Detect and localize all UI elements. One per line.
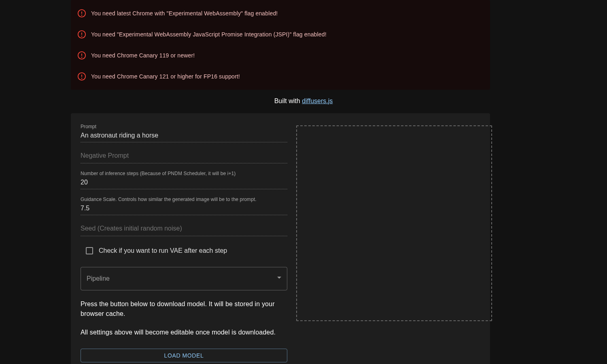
svg-point-11: [82, 78, 82, 78]
dropdown-arrow-icon: [277, 277, 281, 281]
error-icon: [77, 51, 86, 60]
error-icon: [77, 30, 86, 39]
steps-label: Number of inference steps (Because of PN…: [81, 170, 287, 177]
diffusers-link[interactable]: diffusers.js: [302, 97, 333, 104]
guidance-input[interactable]: [81, 204, 287, 213]
info-text-settings: All settings above will become editable …: [81, 328, 287, 337]
error-alert-panel: You need latest Chrome with "Experimenta…: [71, 0, 490, 90]
svg-point-5: [82, 36, 82, 36]
guidance-label: Guidance Scale. Controls how similar the…: [81, 196, 287, 203]
prompt-label: Prompt: [81, 123, 287, 130]
pipeline-select[interactable]: Pipeline: [81, 267, 287, 290]
error-item: You need Chrome Canary 119 or newer!: [71, 48, 490, 63]
steps-field[interactable]: Number of inference steps (Because of PN…: [81, 170, 287, 189]
built-with-prefix: Built with: [274, 97, 302, 104]
guidance-field[interactable]: Guidance Scale. Controls how similar the…: [81, 196, 287, 215]
image-preview-dropzone[interactable]: [296, 125, 492, 321]
main-panel: Prompt Number of inference steps (Becaus…: [71, 113, 490, 364]
load-model-button[interactable]: LOAD MODEL: [81, 349, 287, 362]
svg-point-8: [82, 57, 82, 57]
info-text-download: Press the button below to download model…: [81, 299, 287, 319]
prompt-input[interactable]: [81, 131, 287, 140]
error-item: You need "Experimental WebAssembly JavaS…: [71, 27, 490, 42]
settings-form: Prompt Number of inference steps (Becaus…: [81, 123, 287, 364]
preview-column: [296, 123, 492, 364]
error-text: You need latest Chrome with "Experimenta…: [91, 9, 278, 18]
pipeline-placeholder: Pipeline: [87, 274, 110, 284]
negative-prompt-field[interactable]: [81, 149, 287, 163]
seed-input[interactable]: [81, 222, 287, 234]
prompt-field[interactable]: Prompt: [81, 123, 287, 142]
error-text: You need Chrome Canary 121 or higher for…: [91, 72, 240, 81]
error-item: You need latest Chrome with "Experimenta…: [71, 3, 490, 21]
error-item: You need Chrome Canary 121 or higher for…: [71, 69, 490, 84]
run-vae-checkbox-row[interactable]: Check if you want to run VAE after each …: [81, 243, 287, 258]
svg-point-2: [82, 15, 82, 15]
error-text: You need "Experimental WebAssembly JavaS…: [91, 30, 327, 39]
seed-field[interactable]: [81, 222, 287, 236]
steps-input[interactable]: [81, 178, 287, 187]
negative-prompt-input[interactable]: [81, 149, 287, 161]
error-icon: [77, 9, 86, 18]
error-icon: [77, 72, 86, 81]
built-with-line: Built with diffusers.js: [0, 96, 607, 106]
checkbox-icon[interactable]: [86, 247, 93, 254]
run-vae-label: Check if you want to run VAE after each …: [99, 246, 227, 256]
error-text: You need Chrome Canary 119 or newer!: [91, 51, 195, 60]
